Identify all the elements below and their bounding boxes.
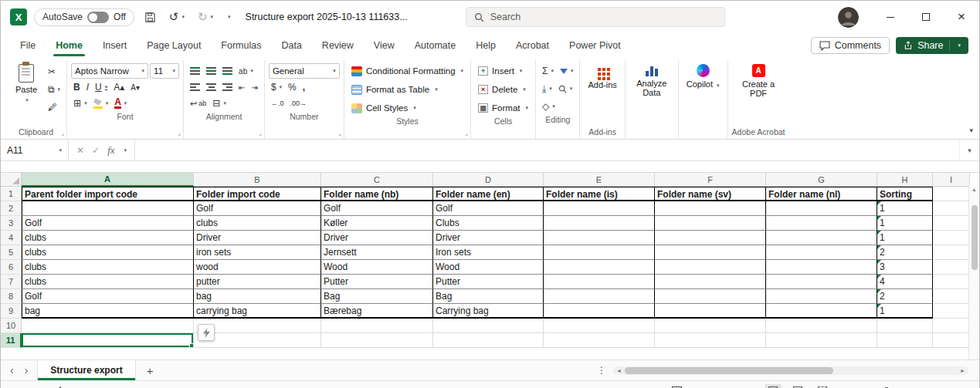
cell-H6[interactable]: 3 xyxy=(877,260,933,275)
cell-E4[interactable] xyxy=(544,231,655,245)
undo-button[interactable]: ↺▾ xyxy=(166,8,188,26)
zoom-out-button[interactable]: − xyxy=(839,385,848,388)
cell-I11[interactable] xyxy=(933,333,970,348)
accounting-format-button[interactable]: $▾ xyxy=(269,79,284,95)
delete-cells-button[interactable]: ×Delete▾ xyxy=(475,82,531,97)
format-painter-button[interactable]: 🖉 xyxy=(46,100,63,115)
cell-I9[interactable] xyxy=(933,304,970,319)
close-button[interactable]: × xyxy=(944,1,979,33)
cell-F11[interactable] xyxy=(655,333,766,348)
cell-D11[interactable] xyxy=(433,333,544,348)
align-right-button[interactable] xyxy=(220,79,235,95)
cell-A5[interactable]: clubs xyxy=(22,245,194,260)
cell-F6[interactable] xyxy=(655,260,766,275)
cell-E10[interactable] xyxy=(544,319,655,333)
tab-help[interactable]: Help xyxy=(466,33,506,58)
vertical-scroll-thumb[interactable] xyxy=(972,205,978,270)
cut-button[interactable]: ✂ xyxy=(46,64,63,79)
cell-F1[interactable]: Folder name (sv) xyxy=(655,187,766,201)
tab-file[interactable]: File xyxy=(10,33,46,58)
row-header-5[interactable]: 5 xyxy=(1,245,22,260)
excel-logo-icon[interactable]: X xyxy=(10,8,27,25)
cell-A2[interactable] xyxy=(22,201,194,216)
cell-A7[interactable]: clubs xyxy=(22,275,194,289)
align-center-button[interactable] xyxy=(204,79,219,95)
cell-I6[interactable] xyxy=(933,260,970,275)
align-top-button[interactable] xyxy=(188,63,202,79)
formula-input[interactable] xyxy=(135,140,959,160)
row-header-11[interactable]: 11 xyxy=(1,333,22,348)
cell-E9[interactable] xyxy=(544,304,655,319)
row-header-2[interactable]: 2 xyxy=(1,201,22,216)
cell-C1[interactable]: Folder name (nb) xyxy=(321,187,433,201)
cell-H3[interactable]: 1 xyxy=(877,216,933,231)
redo-button[interactable]: ↻▾ xyxy=(195,8,216,26)
cell-E6[interactable] xyxy=(544,260,655,275)
customize-quick-access-button[interactable]: ▾ xyxy=(223,12,234,22)
paste-button[interactable]: Paste▾ xyxy=(9,61,43,108)
cell-A11[interactable] xyxy=(22,333,194,348)
cell-D9[interactable]: Carrying bag xyxy=(433,304,544,319)
cell-A9[interactable]: bag xyxy=(22,304,194,319)
cell-F2[interactable] xyxy=(655,201,766,216)
cell-H9[interactable]: 1 xyxy=(877,304,933,319)
column-header-I[interactable]: I xyxy=(933,173,970,187)
cell-F4[interactable] xyxy=(655,231,766,245)
cell-C6[interactable]: Wood xyxy=(321,260,433,275)
column-header-G[interactable]: G xyxy=(766,173,877,187)
cell-I1[interactable] xyxy=(933,187,970,201)
tab-acrobat[interactable]: Acrobat xyxy=(506,33,559,58)
dialog-launcher-icon[interactable]: ⌟ xyxy=(259,130,262,137)
cell-F10[interactable] xyxy=(655,319,766,333)
column-header-H[interactable]: H xyxy=(877,173,933,187)
cell-B1[interactable]: Folder import code xyxy=(194,187,321,201)
cell-D3[interactable]: Clubs xyxy=(433,216,544,231)
cell-B8[interactable]: bag xyxy=(194,289,321,304)
page-layout-view-button[interactable] xyxy=(789,384,806,388)
cell-D7[interactable]: Putter xyxy=(433,275,544,289)
align-bottom-button[interactable] xyxy=(220,63,235,79)
previous-sheet-button[interactable]: ‹ xyxy=(10,364,14,376)
tab-view[interactable]: View xyxy=(364,33,405,58)
collapse-ribbon-button[interactable]: ▾ xyxy=(969,127,973,134)
cell-H8[interactable]: 2 xyxy=(877,289,933,304)
cell-E7[interactable] xyxy=(544,275,655,289)
tab-data[interactable]: Data xyxy=(271,33,311,58)
account-avatar[interactable] xyxy=(838,7,859,28)
tab-home[interactable]: Home xyxy=(46,33,93,58)
sheet-tab-structure-export[interactable]: Structure export xyxy=(37,360,135,380)
cell-C3[interactable]: Køller xyxy=(321,216,433,231)
search-box[interactable]: Search xyxy=(466,7,725,27)
cell-G1[interactable]: Folder name (nl) xyxy=(766,187,877,201)
cell-D2[interactable]: Golf xyxy=(433,201,544,216)
increase-indent-button[interactable]: ⇥ xyxy=(249,79,259,95)
format-cells-button[interactable]: ▦Format▾ xyxy=(475,100,531,116)
cell-A4[interactable]: clubs xyxy=(22,231,194,245)
cell-C8[interactable]: Bag xyxy=(321,289,433,304)
row-header-6[interactable]: 6 xyxy=(1,260,22,275)
maximize-button[interactable] xyxy=(908,1,944,33)
cell-F9[interactable] xyxy=(655,304,766,319)
scroll-up-icon[interactable]: ▲ xyxy=(972,184,977,194)
row-header-9[interactable]: 9 xyxy=(1,304,22,319)
clear-button[interactable]: ◇▾ xyxy=(540,99,558,114)
autosave-toggle[interactable] xyxy=(87,12,109,23)
column-header-B[interactable]: B xyxy=(194,173,321,187)
cell-E8[interactable] xyxy=(544,289,655,304)
wrap-text-button[interactable]: ↩ab xyxy=(188,96,209,111)
cell-E2[interactable] xyxy=(544,201,655,216)
cell-H2[interactable]: 1 xyxy=(877,201,933,216)
percent-style-button[interactable]: % xyxy=(286,79,299,95)
cell-G5[interactable] xyxy=(766,245,877,260)
cell-C11[interactable] xyxy=(321,333,433,348)
cell-B6[interactable]: wood xyxy=(194,260,321,275)
dialog-launcher-icon[interactable]: ⌟ xyxy=(178,130,181,137)
cell-I4[interactable] xyxy=(933,231,970,245)
analyze-data-button[interactable]: Analyze Data xyxy=(629,61,674,100)
cell-F7[interactable] xyxy=(655,275,766,289)
fill-button[interactable]: ⤓▾ xyxy=(540,81,554,96)
tab-automate[interactable]: Automate xyxy=(405,33,466,58)
normal-view-button[interactable] xyxy=(765,384,782,388)
cell-A6[interactable]: clubs xyxy=(22,260,194,275)
column-header-F[interactable]: F xyxy=(655,173,766,187)
